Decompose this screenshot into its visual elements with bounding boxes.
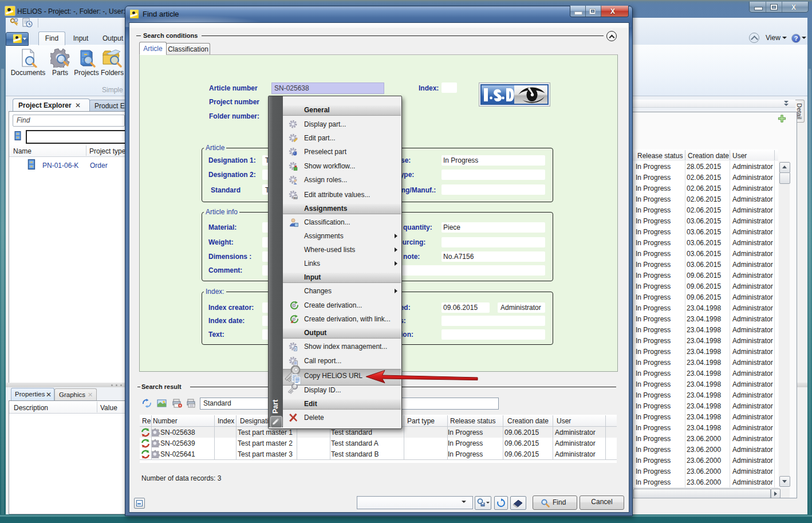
svg-text:wz: wz xyxy=(293,196,298,199)
